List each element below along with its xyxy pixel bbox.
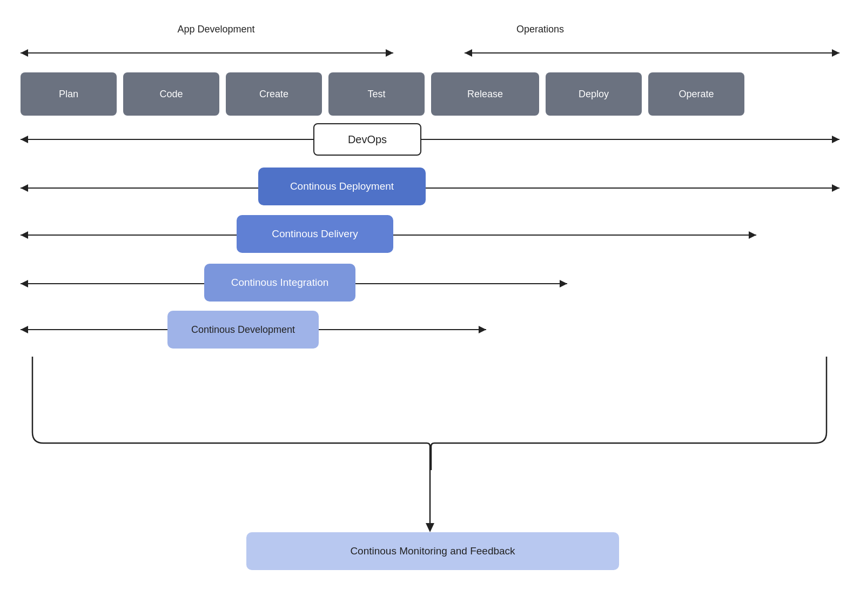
operations-label: Operations [486, 24, 594, 35]
devops-diagram: App Development Operations Plan Code Cre… [0, 0, 860, 616]
app-development-label: App Development [151, 24, 281, 35]
svg-marker-19 [21, 326, 28, 333]
svg-marker-14 [749, 231, 756, 239]
continuous-monitoring-box: Continous Monitoring and Feedback [246, 532, 619, 570]
svg-marker-7 [21, 136, 28, 143]
continuous-deployment-box: Continous Deployment [258, 168, 426, 205]
svg-marker-2 [386, 49, 393, 57]
devops-box: DevOps [313, 123, 421, 156]
svg-marker-1 [21, 49, 28, 57]
svg-marker-16 [21, 280, 28, 287]
stage-plan: Plan [21, 72, 117, 116]
svg-marker-13 [21, 231, 28, 239]
continuous-integration-box: Continous Integration [204, 264, 355, 302]
svg-marker-10 [21, 184, 28, 192]
stage-release: Release [431, 72, 539, 116]
svg-marker-4 [465, 49, 472, 57]
continuous-delivery-box: Continous Delivery [237, 215, 393, 253]
svg-marker-22 [426, 523, 434, 532]
svg-marker-8 [832, 136, 839, 143]
svg-marker-5 [832, 49, 839, 57]
svg-marker-20 [479, 326, 486, 333]
stage-deploy: Deploy [546, 72, 642, 116]
stage-create: Create [226, 72, 322, 116]
stage-code: Code [123, 72, 219, 116]
stage-operate: Operate [648, 72, 744, 116]
svg-marker-17 [560, 280, 567, 287]
svg-marker-11 [832, 184, 839, 192]
stage-test: Test [328, 72, 425, 116]
continuous-development-box: Continous Development [167, 311, 319, 349]
